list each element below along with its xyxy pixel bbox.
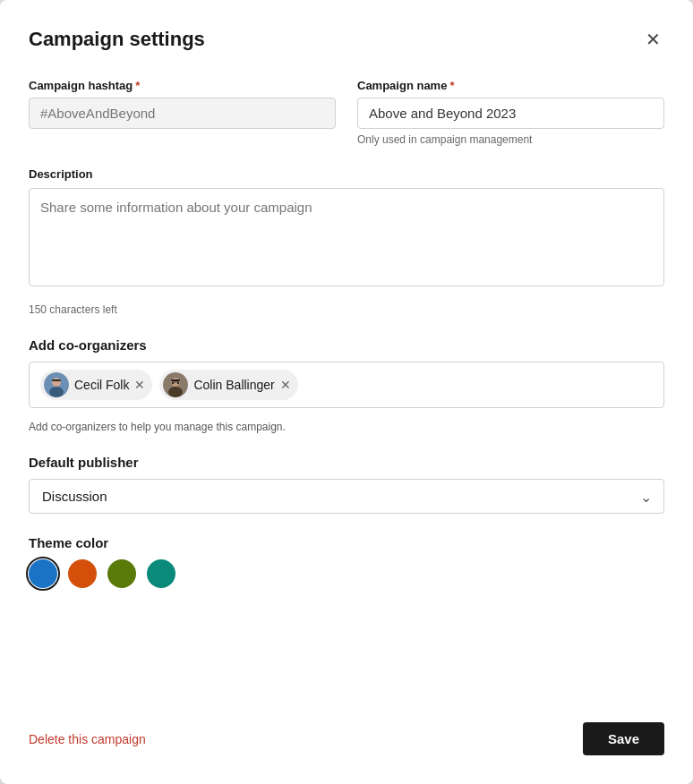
campaign-hashtag-group: Campaign hashtag* (29, 79, 336, 146)
hashtag-label: Campaign hashtag* (29, 79, 336, 92)
theme-color-section: Theme color (29, 535, 664, 588)
top-fields-row: Campaign hashtag* Campaign name* Only us… (29, 79, 664, 146)
campaign-hashtag-input[interactable] (29, 98, 336, 129)
organizer-name-colin: Colin Ballinger (193, 378, 274, 392)
avatar-cecil (44, 372, 69, 397)
remove-colin-button[interactable]: ✕ (280, 379, 291, 391)
publisher-label: Default publisher (29, 455, 664, 470)
publisher-select-wrapper: Discussion News Praise Question ⌄ (29, 479, 664, 514)
remove-cecil-button[interactable]: ✕ (134, 379, 145, 391)
color-swatch-blue[interactable] (29, 559, 57, 588)
co-organizers-section: Add co-organizers Cecil Folk ✕ (29, 337, 664, 408)
campaign-name-input[interactable] (357, 98, 664, 129)
modal-header: Campaign settings ✕ (29, 25, 664, 54)
color-swatch-green[interactable] (107, 559, 136, 588)
avatar-colin (163, 372, 188, 397)
publisher-select[interactable]: Discussion News Praise Question (29, 479, 664, 514)
co-organizers-title: Add co-organizers (29, 337, 664, 353)
svg-point-1 (52, 378, 61, 387)
color-swatch-orange[interactable] (68, 559, 97, 588)
description-label: Description (29, 167, 664, 181)
hashtag-required: * (135, 79, 140, 92)
avatar-svg-cecil (44, 372, 69, 397)
organizer-tag-cecil: Cecil Folk ✕ (40, 370, 152, 400)
color-options (29, 559, 664, 588)
name-label: Campaign name* (357, 79, 664, 92)
modal-footer: Delete this campaign Save (29, 708, 664, 755)
color-swatch-teal[interactable] (147, 559, 175, 588)
modal-title: Campaign settings (29, 28, 205, 51)
publisher-section: Default publisher Discussion News Praise… (29, 455, 664, 514)
close-button[interactable]: ✕ (642, 25, 664, 54)
campaign-settings-modal: Campaign settings ✕ Campaign hashtag* Ca… (0, 0, 693, 784)
co-organizers-hint: Add co-organizers to help you manage thi… (29, 421, 664, 433)
organizer-tag-colin: Colin Ballinger ✕ (159, 370, 297, 400)
campaign-name-hint: Only used in campaign management (357, 133, 664, 146)
delete-campaign-button[interactable]: Delete this campaign (29, 732, 146, 746)
organizer-name-cecil: Cecil Folk (74, 378, 129, 392)
svg-point-6 (168, 387, 183, 397)
description-section: Description (29, 167, 664, 290)
svg-rect-10 (172, 382, 179, 383)
save-button[interactable]: Save (583, 722, 664, 755)
organizers-input-box[interactable]: Cecil Folk ✕ Colin Ballinger (29, 362, 664, 408)
svg-rect-3 (52, 379, 61, 381)
close-icon: ✕ (646, 29, 661, 50)
avatar-svg-colin (163, 372, 188, 397)
name-required: * (449, 79, 454, 92)
svg-rect-7 (171, 379, 180, 381)
char-count: 150 characters left (29, 303, 664, 316)
description-textarea[interactable] (29, 188, 664, 286)
svg-point-2 (49, 387, 64, 397)
theme-color-label: Theme color (29, 535, 664, 550)
campaign-name-group: Campaign name* Only used in campaign man… (357, 79, 664, 146)
